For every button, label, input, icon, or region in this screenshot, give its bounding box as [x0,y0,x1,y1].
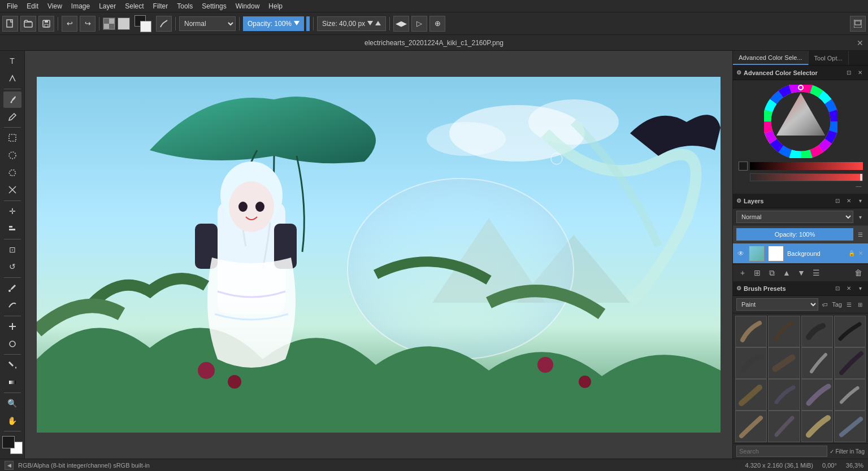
menu-file[interactable]: File [2,0,22,12]
background-color[interactable] [140,21,151,32]
opacity-resize-handle[interactable] [306,16,310,31]
blend-tool[interactable] [3,374,21,390]
brush-presets-menu[interactable]: ▾ [856,284,865,293]
pattern-button[interactable] [103,18,115,30]
blend-mode-select[interactable]: Normal [179,16,236,31]
layers-blend-mode[interactable]: Normal [736,211,853,223]
brush-item[interactable] [735,316,767,347]
layers-menu[interactable]: ▾ [856,197,865,206]
pencil-tool[interactable] [3,109,21,125]
menu-select[interactable]: Select [120,0,148,12]
ellipse-select-tool[interactable] [3,147,21,164]
brush-item[interactable] [735,411,767,442]
brush-item[interactable] [801,316,833,347]
layers-opacity-menu[interactable]: ☰ [856,230,865,239]
scissors-tool[interactable] [3,182,21,198]
hue-gradient-bar[interactable] [750,162,863,170]
smudge-tool[interactable] [3,297,21,313]
rotate-tool[interactable]: ↺ [3,259,21,275]
brush-item[interactable] [834,379,866,411]
brush-item[interactable] [768,316,800,347]
bucket-fill-tool[interactable] [3,357,21,373]
solid-button[interactable] [118,18,130,30]
brush-item[interactable] [834,411,866,442]
crop-tool[interactable]: ⊡ [3,242,21,258]
text-tool[interactable]: T [3,53,21,69]
tab-tool-options[interactable]: Tool Opt... [809,51,849,65]
flip-horizontal-button[interactable]: ◀▶ [393,16,409,32]
layer-lock-icon[interactable]: 🔒 [848,250,856,258]
layer-item-background[interactable]: 👁 Background 🔒 ✕ [733,243,868,264]
brush-item[interactable] [768,379,800,411]
brush-grid-view[interactable]: ⊞ [856,300,865,309]
rotate-button[interactable]: ⊕ [429,16,445,32]
canvas-wrapper[interactable]: Tyson Tan... [37,77,721,433]
paintbrush-tool[interactable] [3,91,21,108]
layers-blend-menu[interactable]: ▾ [856,212,865,221]
move-layer-down-button[interactable]: ▼ [795,267,808,279]
move-tool[interactable]: ✛ [3,203,21,219]
delete-layer-button[interactable]: 🗑 [852,267,865,279]
menu-filter[interactable]: Filter [149,0,173,12]
brush-presets-close[interactable]: ✕ [844,284,853,293]
add-group-button[interactable]: ⊞ [751,267,763,279]
save-button[interactable] [38,16,54,32]
zoom-tool[interactable]: 🔍 [3,395,21,412]
menu-image[interactable]: Image [67,0,94,12]
brush-item[interactable] [768,411,800,442]
tag-icon[interactable]: 🏷 [821,300,830,309]
color-selector-close[interactable]: ✕ [856,68,865,77]
menu-help[interactable]: Help [264,0,287,12]
dodge-tool[interactable] [3,335,21,352]
move-layer-up-button[interactable]: ▲ [780,267,793,279]
rect-select-tool[interactable] [3,130,21,146]
tab-advanced-color[interactable]: Advanced Color Sele... [733,51,809,65]
brush-item[interactable] [768,347,800,379]
undo-button[interactable]: ↩ [62,16,77,32]
free-select-tool[interactable] [3,164,21,181]
layer-delete-icon[interactable]: ✕ [857,250,865,258]
brush-category-select[interactable]: Paint [736,298,818,311]
layers-opacity-button[interactable]: Opacity: 100% [736,228,853,241]
brush-item[interactable] [801,411,833,442]
foreground-color-indicator[interactable] [2,436,15,448]
add-layer-button[interactable]: + [736,267,749,279]
brush-list-view[interactable]: ☰ [844,300,853,309]
alpha-bar[interactable] [750,173,863,181]
paint-dynamics-button[interactable] [156,16,172,32]
redo-button[interactable]: ↪ [80,16,96,32]
menu-layer[interactable]: Layer [94,0,120,12]
status-menu-button[interactable]: ◀ [5,461,14,470]
color-wheel-container[interactable] [764,85,837,158]
window-settings-button[interactable] [850,16,866,32]
align-tool[interactable] [3,220,21,237]
brush-item[interactable] [834,347,866,379]
brush-item[interactable] [834,316,866,347]
brush-item[interactable] [735,379,767,411]
opacity-control[interactable]: Opacity: 100% [243,16,304,31]
brush-item[interactable] [801,347,833,379]
pan-tool[interactable]: ✋ [3,412,21,429]
menu-window[interactable]: Window [231,0,264,12]
open-button[interactable] [20,16,36,32]
heal-tool[interactable] [3,319,21,335]
layers-close[interactable]: ✕ [844,197,853,206]
foreground-swatch-small[interactable] [739,162,748,171]
brush-presets-detach[interactable]: ⊡ [833,284,842,293]
brush-search-input[interactable] [736,446,827,457]
menu-tools[interactable]: Tools [172,0,197,12]
size-control[interactable]: Size: 40,00 px [317,16,386,31]
anchor-layer-button[interactable]: ☰ [810,267,822,279]
menu-edit[interactable]: Edit [22,0,43,12]
menu-view[interactable]: View [43,0,67,12]
duplicate-layer-button[interactable]: ⧉ [766,267,778,279]
color-picker-tool[interactable] [3,280,21,296]
brush-item[interactable] [735,347,767,379]
color-selector-detach[interactable]: ⊡ [844,68,853,77]
close-document-button[interactable]: ✕ [857,38,863,47]
paths-tool[interactable] [3,71,21,87]
flip-vertical-button[interactable]: ▷ [411,16,427,32]
menu-settings[interactable]: Settings [197,0,231,12]
new-file-button[interactable] [2,16,18,32]
layer-visibility-toggle[interactable]: 👁 [736,249,745,258]
